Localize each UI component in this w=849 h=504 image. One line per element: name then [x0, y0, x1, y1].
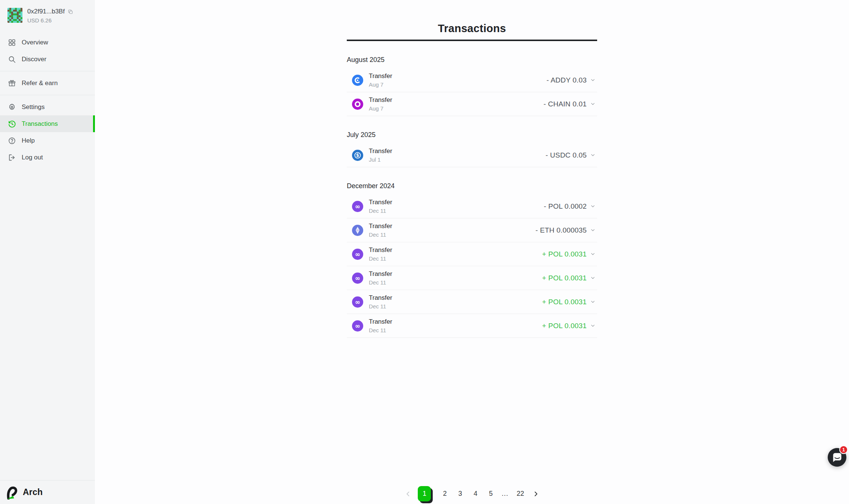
pol-token-icon: ∞: [352, 273, 363, 284]
transaction-type: Transfer: [369, 72, 392, 80]
svg-text:∞: ∞: [355, 250, 360, 258]
transaction-type: Transfer: [369, 270, 392, 278]
transaction-type: Transfer: [369, 294, 392, 302]
transaction-amount: - ETH 0.000035: [535, 226, 587, 234]
pagination-next-button[interactable]: [532, 491, 539, 497]
pol-token-icon: ∞: [352, 201, 363, 212]
chevron-down-icon[interactable]: [590, 77, 596, 83]
brand-name: Arch: [23, 487, 43, 497]
transaction-date: Dec 11: [369, 208, 392, 214]
sidebar-item-refer-earn[interactable]: Refer & earn: [0, 75, 95, 91]
sidebar-footer: Arch: [0, 480, 95, 504]
transaction-date: Dec 11: [369, 327, 392, 333]
addy-token-icon: [352, 75, 363, 86]
transaction-amount: - USDC 0.05: [546, 151, 587, 159]
chain-token-icon: [352, 99, 363, 110]
pagination-page-2[interactable]: 2: [440, 486, 449, 501]
transaction-month-group: August 2025 Transfer Aug 7 - ADDY 0.03 T…: [347, 56, 597, 116]
sidebar-item-log-out[interactable]: Log out: [0, 149, 95, 166]
chevron-down-icon[interactable]: [590, 323, 596, 329]
pagination-page-3[interactable]: 3: [456, 486, 464, 501]
chat-badge: 1: [839, 445, 848, 454]
sidebar-item-label: Settings: [22, 103, 44, 111]
transaction-row[interactable]: Transfer Aug 7 - CHAIN 0.01: [347, 92, 597, 116]
transaction-row[interactable]: ∞ Transfer Dec 11 + POL 0.0031: [347, 314, 597, 338]
transaction-amount: - CHAIN 0.01: [544, 100, 587, 108]
svg-text:∞: ∞: [355, 202, 360, 210]
svg-text:∞: ∞: [355, 322, 360, 329]
pagination-prev-button[interactable]: [405, 491, 411, 497]
pagination-page-22[interactable]: 22: [515, 486, 526, 501]
pagination-page-4[interactable]: 4: [471, 486, 480, 501]
search-icon: [8, 55, 16, 63]
sidebar-item-settings[interactable]: Settings: [0, 99, 95, 115]
wallet-address: 0x2f91...b3Bf: [27, 8, 65, 15]
pagination: 12345...22: [95, 486, 849, 501]
logout-icon: [8, 153, 16, 162]
transaction-type: Transfer: [369, 96, 392, 104]
chevron-down-icon[interactable]: [590, 275, 596, 281]
chevron-down-icon[interactable]: [590, 152, 596, 158]
chevron-down-icon[interactable]: [590, 203, 596, 209]
chevron-down-icon[interactable]: [590, 227, 596, 233]
copy-icon[interactable]: [68, 9, 73, 15]
main-area: Transactions August 2025 Transfer Aug 7 …: [95, 0, 849, 504]
transaction-row[interactable]: $ Transfer Jul 1 - USDC 0.05: [347, 143, 597, 167]
usdc-token-icon: $: [352, 150, 363, 161]
transaction-type: Transfer: [369, 199, 392, 206]
sidebar-item-label: Transactions: [22, 120, 58, 128]
pagination-ellipsis: ...: [501, 490, 508, 498]
account-header[interactable]: 0x2f91...b3Bf USD 6.26: [0, 0, 95, 24]
transaction-type: Transfer: [369, 147, 392, 155]
pagination-page-1[interactable]: 1: [418, 486, 431, 501]
sidebar: 0x2f91...b3Bf USD 6.26 Overview Discover…: [0, 0, 95, 504]
sidebar-item-overview[interactable]: Overview: [0, 34, 95, 51]
sidebar-item-help[interactable]: Help: [0, 132, 95, 149]
chevron-down-icon[interactable]: [590, 299, 596, 305]
chevron-down-icon[interactable]: [590, 251, 596, 257]
transaction-row[interactable]: ∞ Transfer Dec 11 + POL 0.0031: [347, 266, 597, 290]
eth-token-icon: [352, 225, 363, 236]
pagination-page-5[interactable]: 5: [486, 486, 495, 501]
sidebar-item-discover[interactable]: Discover: [0, 51, 95, 68]
transaction-date: Dec 11: [369, 303, 392, 309]
transaction-date: Jul 1: [369, 156, 392, 163]
transaction-groups: August 2025 Transfer Aug 7 - ADDY 0.03 T…: [347, 56, 597, 338]
transaction-amount: + POL 0.0031: [542, 274, 587, 282]
sidebar-divider: [0, 71, 95, 71]
month-label: August 2025: [347, 56, 597, 64]
svg-text:∞: ∞: [355, 274, 360, 281]
transaction-amount: + POL 0.0031: [542, 298, 587, 306]
transaction-amount: + POL 0.0031: [542, 322, 587, 330]
sidebar-divider: [0, 95, 95, 95]
svg-text:∞: ∞: [355, 298, 360, 305]
sidebar-item-label: Overview: [22, 39, 48, 46]
transaction-row[interactable]: ∞ Transfer Dec 11 - POL 0.0002: [347, 195, 597, 218]
transaction-row[interactable]: ∞ Transfer Dec 11 + POL 0.0031: [347, 242, 597, 266]
transaction-type: Transfer: [369, 246, 392, 254]
page-title: Transactions: [347, 22, 597, 41]
month-label: December 2024: [347, 182, 597, 190]
transaction-date: Dec 11: [369, 231, 392, 238]
transaction-row[interactable]: ∞ Transfer Dec 11 + POL 0.0031: [347, 290, 597, 314]
pol-token-icon: ∞: [352, 249, 363, 260]
svg-text:$: $: [356, 153, 359, 158]
account-balance: USD 6.26: [27, 17, 73, 24]
transactions-content: Transactions August 2025 Transfer Aug 7 …: [347, 22, 597, 338]
transaction-amount: + POL 0.0031: [542, 250, 587, 258]
chevron-down-icon[interactable]: [590, 101, 596, 107]
chat-launcher[interactable]: 1: [828, 448, 846, 467]
transaction-month-group: December 2024 ∞ Transfer Dec 11 - POL 0.…: [347, 182, 597, 338]
transaction-row[interactable]: Transfer Dec 11 - ETH 0.000035: [347, 218, 597, 242]
avatar: [7, 8, 22, 23]
transaction-type: Transfer: [369, 318, 392, 326]
transaction-date: Dec 11: [369, 279, 392, 286]
transaction-row[interactable]: Transfer Aug 7 - ADDY 0.03: [347, 68, 597, 92]
transaction-amount: - ADDY 0.03: [547, 76, 587, 84]
app-root: 0x2f91...b3Bf USD 6.26 Overview Discover…: [0, 0, 849, 504]
sidebar-item-label: Refer & earn: [22, 80, 58, 87]
month-label: July 2025: [347, 131, 597, 139]
sidebar-item-transactions[interactable]: Transactions: [0, 115, 95, 132]
grid-icon: [8, 38, 16, 47]
gift-icon: [8, 79, 16, 87]
